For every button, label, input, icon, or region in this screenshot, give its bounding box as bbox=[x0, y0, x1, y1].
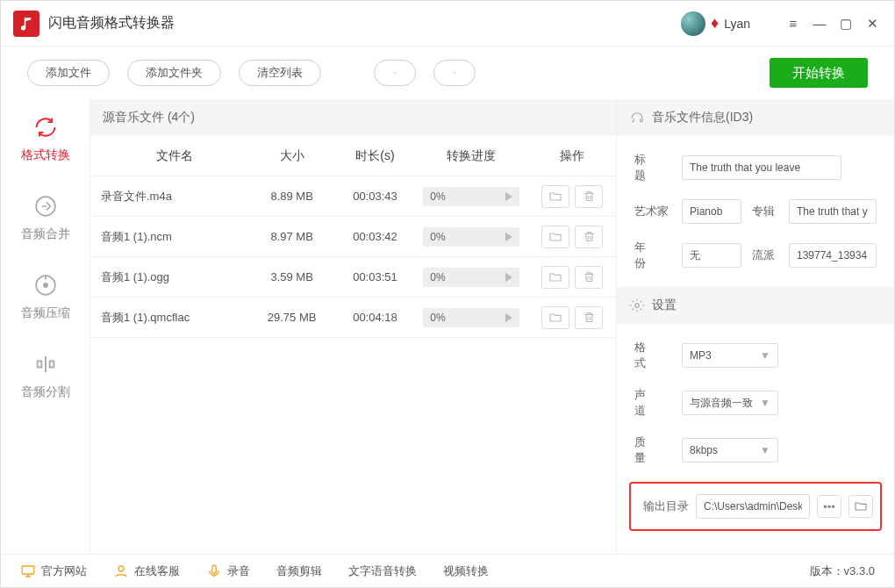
file-name-cell: 音频1 (1).qmcflac bbox=[90, 310, 248, 326]
split-icon bbox=[32, 351, 59, 377]
close-button[interactable]: ✕ bbox=[863, 14, 882, 33]
id3-year-input[interactable] bbox=[682, 243, 741, 268]
svg-rect-5 bbox=[22, 566, 34, 574]
svg-rect-7 bbox=[212, 565, 217, 573]
play-icon[interactable] bbox=[505, 233, 512, 241]
add-folder-button[interactable]: 添加文件夹 bbox=[127, 60, 221, 86]
id3-year-label: 年 份 bbox=[634, 240, 671, 271]
compress-icon bbox=[32, 272, 59, 298]
output-dir-input[interactable] bbox=[696, 494, 810, 519]
sidebar-item-merge[interactable]: 音频合并 bbox=[1, 178, 90, 257]
file-duration-cell: 00:03:43 bbox=[336, 190, 415, 203]
sidebar-item-label: 音频分割 bbox=[21, 384, 70, 400]
format-select[interactable]: MP3▼ bbox=[682, 343, 778, 368]
sidebar-item-label: 格式转换 bbox=[21, 147, 70, 163]
format-label: 格 式 bbox=[634, 340, 671, 371]
id3-genre-label: 流派 bbox=[752, 247, 778, 263]
open-folder-button[interactable] bbox=[541, 226, 569, 248]
app-title: 闪电音频格式转换器 bbox=[48, 14, 175, 32]
channel-select[interactable]: 与源音频一致▼ bbox=[682, 391, 778, 415]
output-dir-row: 输出目录 ••• bbox=[629, 482, 882, 531]
sidebar-item-compress[interactable]: 音频压缩 bbox=[1, 257, 90, 336]
start-convert-button[interactable]: 开始转换 bbox=[770, 58, 868, 88]
settings-section-title: 设置 bbox=[617, 287, 894, 324]
id3-title-label: 标 题 bbox=[634, 152, 671, 183]
channel-label: 声 道 bbox=[634, 387, 671, 419]
clear-list-button[interactable]: 清空列表 bbox=[239, 60, 321, 86]
sidebar-item-split[interactable]: 音频分割 bbox=[1, 336, 90, 415]
add-file-button[interactable]: 添加文件 bbox=[27, 60, 110, 86]
footer-support[interactable]: 在线客服 bbox=[113, 563, 180, 579]
delete-button[interactable] bbox=[575, 266, 603, 289]
id3-artist-label: 艺术家 bbox=[634, 204, 671, 219]
play-icon[interactable] bbox=[505, 192, 512, 201]
menu-icon[interactable]: ≡ bbox=[784, 14, 803, 33]
user-avatar[interactable] bbox=[681, 11, 705, 36]
vip-badge-icon: ♦ bbox=[711, 14, 719, 32]
files-header-row: 文件名 大小 时长(s) 转换进度 操作 bbox=[90, 136, 616, 176]
file-duration-cell: 00:03:51 bbox=[336, 270, 415, 283]
file-size-cell: 3.59 MB bbox=[248, 270, 336, 283]
sidebar-item-label: 音频合并 bbox=[21, 226, 70, 242]
file-name-cell: 音频1 (1).ncm bbox=[90, 229, 248, 245]
file-name-cell: 音频1 (1).ogg bbox=[90, 269, 248, 285]
play-icon[interactable] bbox=[505, 313, 512, 322]
id3-artist-input[interactable] bbox=[682, 199, 741, 224]
table-row[interactable]: 音频1 (1).ncm8.97 MB00:03:420% bbox=[90, 217, 616, 257]
monitor-icon bbox=[20, 563, 36, 579]
table-row[interactable]: 录音文件.m4a8.89 MB00:03:430% bbox=[90, 176, 616, 217]
maximize-button[interactable]: ▢ bbox=[836, 14, 856, 33]
play-icon[interactable] bbox=[505, 273, 512, 282]
file-progress-cell: 0% bbox=[414, 268, 528, 287]
file-size-cell: 8.97 MB bbox=[248, 230, 336, 243]
gear-icon bbox=[629, 298, 645, 313]
merge-icon bbox=[32, 193, 59, 219]
delete-button[interactable] bbox=[575, 226, 603, 248]
open-folder-button[interactable] bbox=[541, 266, 569, 289]
move-down-button[interactable] bbox=[433, 60, 476, 86]
open-dir-button[interactable] bbox=[848, 495, 873, 518]
browse-dir-button[interactable]: ••• bbox=[817, 495, 841, 518]
footer-record[interactable]: 录音 bbox=[206, 563, 250, 579]
username-label: Lyan bbox=[724, 17, 750, 31]
file-progress-cell: 0% bbox=[414, 187, 528, 206]
minimize-button[interactable]: — bbox=[810, 14, 829, 33]
file-size-cell: 8.89 MB bbox=[248, 190, 336, 203]
file-duration-cell: 00:04:18 bbox=[336, 311, 415, 324]
svg-point-6 bbox=[118, 566, 124, 571]
output-dir-label: 输出目录 bbox=[643, 498, 689, 514]
id3-genre-input[interactable] bbox=[789, 243, 877, 268]
convert-icon bbox=[32, 114, 59, 140]
file-duration-cell: 00:03:42 bbox=[336, 230, 415, 243]
id3-album-label: 专辑 bbox=[752, 204, 778, 219]
footer-official-site[interactable]: 官方网站 bbox=[20, 563, 87, 579]
file-progress-cell: 0% bbox=[414, 227, 528, 247]
app-logo bbox=[13, 11, 39, 37]
info-section-title: 音乐文件信息(ID3) bbox=[617, 99, 894, 136]
delete-button[interactable] bbox=[575, 306, 603, 329]
table-row[interactable]: 音频1 (1).qmcflac29.75 MB00:04:180% bbox=[90, 298, 616, 338]
move-up-button[interactable] bbox=[374, 60, 416, 86]
file-name-cell: 录音文件.m4a bbox=[90, 189, 248, 204]
table-row[interactable]: 音频1 (1).ogg3.59 MB00:03:510% bbox=[90, 257, 616, 298]
id3-album-input[interactable] bbox=[789, 199, 877, 224]
svg-point-2 bbox=[43, 283, 47, 287]
files-panel-title: 源音乐文件 (4个) bbox=[90, 99, 616, 136]
sidebar-item-label: 音频压缩 bbox=[21, 305, 70, 321]
id3-title-input[interactable] bbox=[682, 155, 841, 180]
support-icon bbox=[113, 563, 129, 579]
svg-point-3 bbox=[635, 304, 640, 308]
delete-button[interactable] bbox=[575, 185, 603, 208]
footer-tts[interactable]: 文字语音转换 bbox=[348, 563, 417, 579]
quality-select[interactable]: 8kbps▼ bbox=[682, 438, 778, 463]
open-folder-button[interactable] bbox=[541, 185, 569, 208]
mic-icon bbox=[206, 563, 222, 579]
sidebar-item-convert[interactable]: 格式转换 bbox=[1, 99, 90, 178]
quality-label: 质 量 bbox=[634, 434, 671, 466]
version-label: 版本：v3.3.0 bbox=[810, 563, 875, 579]
footer-audio-cut[interactable]: 音频剪辑 bbox=[276, 563, 322, 579]
footer-video-convert[interactable]: 视频转换 bbox=[443, 563, 489, 579]
file-size-cell: 29.75 MB bbox=[248, 311, 336, 324]
open-folder-button[interactable] bbox=[541, 306, 569, 329]
file-progress-cell: 0% bbox=[414, 308, 528, 327]
